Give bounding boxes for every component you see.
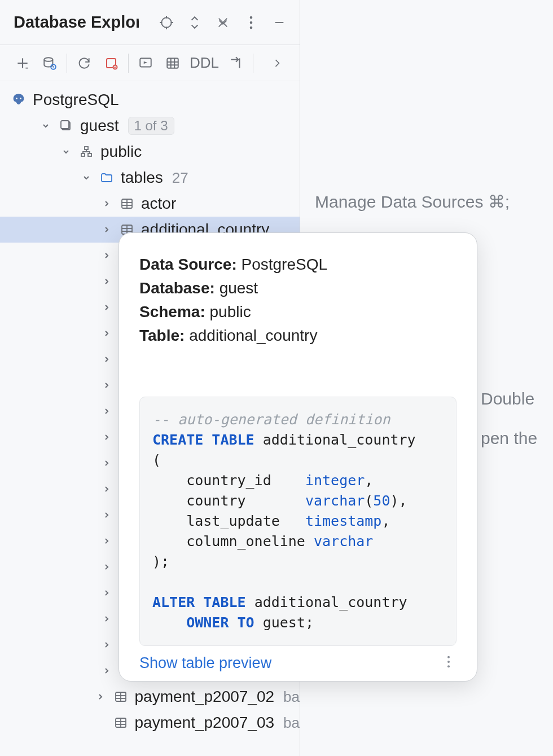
chevron-right-icon[interactable] (94, 691, 107, 703)
target-icon[interactable] (157, 13, 176, 32)
svg-point-13 (44, 58, 52, 61)
chevron-right-icon[interactable] (100, 587, 113, 599)
svg-point-50 (447, 661, 450, 663)
chevron-down-icon[interactable] (80, 172, 93, 184)
svg-point-7 (250, 16, 253, 19)
toolbar-separator (128, 54, 129, 73)
tree-node-count: 27 (172, 169, 188, 187)
svg-rect-32 (88, 153, 91, 156)
table-icon[interactable] (159, 51, 186, 76)
chevron-right-icon[interactable] (100, 535, 113, 547)
popover-data-source: Data Source: PostgreSQL (139, 253, 457, 276)
tree-node-table[interactable]: payment_p2007_03 ba (0, 710, 300, 736)
chevron-right-icon[interactable] (100, 431, 113, 443)
table-info-popover: Data Source: PostgreSQL Database: guest … (118, 232, 477, 682)
chevron-right-icon[interactable] (100, 379, 113, 392)
stop-icon[interactable] (98, 51, 125, 76)
svg-rect-20 (167, 58, 178, 68)
chevron-right-icon[interactable] (100, 665, 113, 677)
tree-node-schema[interactable]: public (0, 139, 300, 165)
tree-trailing-badge: ba (283, 714, 300, 732)
tree-label: PostgreSQL (33, 91, 119, 109)
svg-marker-19 (144, 61, 148, 63)
chevron-right-icon[interactable] (264, 51, 291, 76)
chevron-right-icon[interactable] (100, 327, 113, 340)
svg-rect-31 (81, 153, 85, 156)
svg-point-49 (447, 656, 450, 658)
jump-to-icon[interactable] (222, 51, 249, 76)
tree-node-table[interactable]: actor (0, 191, 300, 217)
panel-title: Database Explorer (14, 13, 139, 32)
svg-rect-30 (85, 147, 88, 150)
svg-rect-29 (61, 121, 69, 129)
chevron-right-icon[interactable] (100, 561, 113, 573)
chevron-right-icon[interactable] (100, 483, 113, 495)
chevron-down-icon[interactable] (60, 146, 72, 158)
table-icon (112, 714, 129, 731)
table-icon (118, 195, 135, 212)
popover-schema: Schema: public (139, 301, 457, 323)
tree-label: guest (80, 117, 119, 135)
svg-point-0 (161, 17, 171, 27)
ddl-button[interactable]: DDL (186, 54, 222, 72)
tree-label: tables (121, 169, 163, 187)
tree-label: public (100, 143, 142, 161)
chevron-right-icon[interactable] (100, 613, 113, 625)
chevron-down-icon[interactable] (40, 120, 52, 132)
refresh-icon[interactable] (71, 51, 98, 76)
more-icon[interactable] (242, 13, 261, 32)
svg-point-26 (16, 98, 17, 99)
tree-node-tables-folder[interactable]: tables 27 (0, 165, 300, 191)
chevron-right-icon[interactable] (100, 509, 113, 521)
chevron-right-icon[interactable] (100, 249, 113, 262)
svg-point-8 (250, 21, 253, 24)
tree-trailing-badge: ba (283, 688, 300, 706)
popover-database: Database: guest (139, 277, 457, 300)
show-table-preview-link[interactable]: Show table preview (139, 654, 271, 672)
tree-node-database[interactable]: guest 1 of 3 (0, 113, 300, 139)
expand-collapse-icon[interactable] (185, 13, 204, 32)
partial-hint-text: pen the (481, 429, 537, 448)
tree-label: payment_p2007_02 (135, 688, 275, 706)
query-console-icon[interactable] (132, 51, 159, 76)
panel-header: Database Explorer (0, 0, 300, 45)
chevron-right-icon[interactable] (100, 197, 113, 210)
svg-point-27 (20, 98, 21, 99)
tree-label: payment_p2007_03 (135, 714, 275, 732)
chevron-right-icon[interactable] (100, 223, 113, 236)
partial-hint-text: Double (481, 389, 534, 408)
chevron-right-icon[interactable] (100, 639, 113, 651)
svg-point-51 (447, 665, 450, 667)
popover-table: Table: additional_country (139, 324, 457, 347)
toolbar-separator (67, 54, 67, 73)
ddl-code-block: -- auto-generated definition CREATE TABL… (139, 397, 457, 646)
add-icon[interactable] (9, 51, 36, 76)
svg-point-15 (52, 66, 54, 68)
postgresql-icon (10, 91, 27, 108)
collapse-all-icon[interactable] (213, 13, 232, 32)
folder-icon (98, 169, 115, 186)
panel-toolbar: DDL (0, 45, 300, 81)
chevron-right-icon[interactable] (100, 275, 113, 288)
chevron-right-icon[interactable] (100, 353, 113, 366)
chevron-right-icon[interactable] (100, 457, 113, 469)
chevron-right-icon[interactable] (100, 405, 113, 417)
tree-node-badge: 1 of 3 (128, 117, 174, 135)
svg-point-9 (250, 26, 253, 29)
database-icon (58, 117, 74, 134)
toolbar-separator (253, 54, 253, 73)
more-icon[interactable] (441, 654, 457, 672)
data-source-properties-icon[interactable] (36, 51, 63, 76)
tree-node-table[interactable]: payment_p2007_02 ba (0, 684, 300, 710)
table-icon (112, 688, 129, 705)
schema-icon (78, 143, 95, 160)
chevron-right-icon[interactable] (100, 301, 113, 314)
manage-data-sources-hint: Manage Data Sources ⌘; (315, 192, 510, 212)
minimize-icon[interactable] (270, 13, 289, 32)
tree-node-datasource[interactable]: PostgreSQL (0, 87, 300, 113)
tree-label: actor (141, 195, 176, 213)
